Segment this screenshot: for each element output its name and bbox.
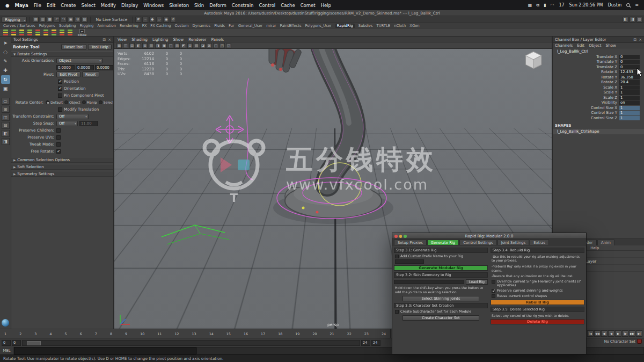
macos-menu-item[interactable]: Control xyxy=(259,3,275,8)
attribute-value-field[interactable]: 1 xyxy=(619,96,640,100)
spotlight-icon[interactable] xyxy=(626,3,630,7)
macos-menu-item[interactable]: Create xyxy=(61,3,76,8)
attribute-label[interactable]: Visibility xyxy=(553,100,619,105)
frame-tick[interactable]: 21 xyxy=(330,332,334,336)
snap-grid-icon[interactable]: # xyxy=(135,17,141,23)
camera-attributes-icon[interactable]: ▤ xyxy=(129,43,135,48)
shelf-tab[interactable]: Sculpting xyxy=(59,24,76,28)
select-skinning-joints-button[interactable]: Select Skinning Joints xyxy=(402,296,479,301)
frame-tick[interactable]: 17 xyxy=(261,332,265,336)
resolution-gate-icon[interactable]: ▨ xyxy=(174,43,180,48)
shelf-tab[interactable]: Polygons xyxy=(39,24,55,28)
viewport-menu-item[interactable]: Lighting xyxy=(152,37,169,42)
step-forward-key-button[interactable]: |▶ xyxy=(622,330,628,337)
attribute-value-field[interactable]: 0 xyxy=(619,60,640,64)
single-pane-layout[interactable]: ▭ xyxy=(2,98,10,105)
attribute-label[interactable]: Translate Z xyxy=(553,65,619,69)
reset-pivot-button[interactable]: Reset xyxy=(82,71,99,77)
attribute-label[interactable]: Scale Z xyxy=(553,96,619,100)
auto-keyframe-icon[interactable] xyxy=(637,339,642,344)
shelf-item-icon[interactable] xyxy=(26,29,33,35)
shelf-item-icon[interactable] xyxy=(50,29,57,35)
shelf-item-icon[interactable] xyxy=(58,29,65,35)
shelf-tab[interactable]: Curves / Surfaces xyxy=(3,24,35,28)
frame-tick[interactable]: 2 xyxy=(19,332,21,336)
shelf-tab[interactable]: Animation xyxy=(97,24,116,28)
paint-select-tool[interactable]: ✎ xyxy=(1,57,10,66)
generate-modular-rig-button[interactable]: Generate Modular Rig xyxy=(394,265,488,271)
go-to-end-button[interactable]: ▶| xyxy=(636,330,642,337)
animation-start-field[interactable]: 0 xyxy=(2,340,11,346)
shelf-tab[interactable]: PaintEffects xyxy=(280,24,302,28)
rapid-rig-title-bar[interactable]: Rapid Rig: Modular 2.0.0 xyxy=(392,233,586,239)
rapid-rig-tab[interactable]: Setup Proxies xyxy=(394,240,427,245)
tool-settings-toggle-icon[interactable]: ◨ xyxy=(630,17,635,23)
view-cube[interactable] xyxy=(523,50,544,71)
step-snap-size-field[interactable]: 11.00 xyxy=(79,121,98,126)
step-snap-dropdown[interactable]: Off xyxy=(56,121,78,126)
frame-tick[interactable]: 13 xyxy=(192,332,196,336)
two-pane-side-layout[interactable]: ◫ xyxy=(2,114,10,121)
shelf-tab[interactable]: Polygons_User xyxy=(305,24,332,28)
rotate-center-option[interactable]: Manip xyxy=(82,100,97,104)
menu-bar-user[interactable]: Dustin xyxy=(608,3,621,8)
preserve-skinning-checkbox[interactable] xyxy=(492,289,495,293)
paste-icon[interactable]: ▧ xyxy=(82,17,87,23)
shelf-tab[interactable]: nCloth xyxy=(394,24,406,28)
collapsed-section[interactable]: ▶ Soft Selection xyxy=(11,164,113,170)
shelf-item-icon[interactable] xyxy=(10,29,17,35)
shelf-tab[interactable]: Rendering xyxy=(120,24,138,28)
two-pane-stacked-layout[interactable]: ⊟ xyxy=(2,122,10,129)
smooth-shade-icon[interactable]: ▢ xyxy=(213,43,218,48)
film-gate-icon[interactable]: □ xyxy=(168,43,173,48)
rapid-rig-tab[interactable]: Extras xyxy=(530,240,549,245)
rapid-rig-tab[interactable]: Control Settings xyxy=(459,240,496,245)
pin-component-pivot-checkbox[interactable] xyxy=(58,93,62,98)
wireframe-icon[interactable]: ⊠ xyxy=(207,43,212,48)
rotate-settings-section[interactable]: ▼ Rotate Settings xyxy=(11,51,113,57)
collapsed-section[interactable]: ▶ Common Selection Options xyxy=(11,157,113,163)
frame-tick[interactable]: 16 xyxy=(244,332,248,336)
macos-menu-item[interactable]: Comet xyxy=(301,3,316,8)
rapid-rig-tab[interactable]: Joint Settings xyxy=(497,240,530,245)
attribute-value-field[interactable]: 36.358 xyxy=(619,75,640,80)
channel-box-menu-item[interactable]: Show xyxy=(606,43,616,48)
shelf-tab[interactable]: XGen xyxy=(409,24,419,28)
frame-tick[interactable]: 19 xyxy=(295,332,299,336)
frame-tick[interactable]: 5 xyxy=(65,332,67,336)
snap-point-icon[interactable]: ◆ xyxy=(149,17,155,23)
macos-menu-item[interactable]: Skin xyxy=(194,3,204,8)
shelf-item-elbow[interactable]: ⌐ Elbow xyxy=(78,29,86,37)
redo-icon[interactable]: ↷ xyxy=(61,17,67,23)
rotate-tool[interactable]: ↻ xyxy=(1,75,10,84)
frame-tick[interactable]: 10 xyxy=(140,332,144,336)
macos-menu-item[interactable]: Edit xyxy=(47,3,55,8)
persp-outliner-layout[interactable]: ◧ xyxy=(2,130,10,137)
textured-icon[interactable]: ◰ xyxy=(219,43,225,48)
override-orients-checkbox[interactable] xyxy=(492,280,495,284)
attribute-label[interactable]: Rotate Z xyxy=(553,80,619,84)
cut-icon[interactable]: ▣ xyxy=(68,17,74,23)
shelf-tab[interactable]: Dynamics xyxy=(193,24,211,28)
attribute-value-field[interactable]: 1 xyxy=(619,90,640,95)
wifi-icon[interactable]: ◠ xyxy=(550,3,554,8)
attribute-label[interactable]: Rotate X xyxy=(553,70,619,74)
rapid-rig-dialog[interactable]: Rapid Rig: Modular 2.0.0 Setup ProxiesGe… xyxy=(392,233,587,354)
playback-start-field[interactable]: 0 xyxy=(12,340,21,346)
playback-end-field[interactable]: 24 xyxy=(361,340,370,346)
undo-icon[interactable]: ↶ xyxy=(54,17,60,23)
attribute-value-field[interactable]: 1 xyxy=(619,85,640,90)
go-to-start-button[interactable]: |◀ xyxy=(587,330,594,337)
command-line-language-toggle[interactable]: MEL xyxy=(0,347,14,354)
spaces-icon[interactable]: ▦ xyxy=(528,3,532,8)
frame-tick[interactable]: 20 xyxy=(312,332,317,336)
battery-icon[interactable]: ▮ xyxy=(544,3,546,8)
shape-node-row[interactable]: l_Leg_BallIk_CtrlShape xyxy=(553,129,644,134)
play-forwards-button[interactable]: ▶ xyxy=(615,330,621,337)
animation-end-field[interactable]: 24 xyxy=(371,340,380,346)
orientation-checkbox[interactable] xyxy=(58,86,62,91)
safe-action-icon[interactable]: ▧ xyxy=(194,43,199,48)
attribute-value-field[interactable]: 0 xyxy=(619,55,640,60)
macos-menu-item[interactable]: Cache xyxy=(281,3,295,8)
frame-tick[interactable]: 9 xyxy=(125,332,127,336)
